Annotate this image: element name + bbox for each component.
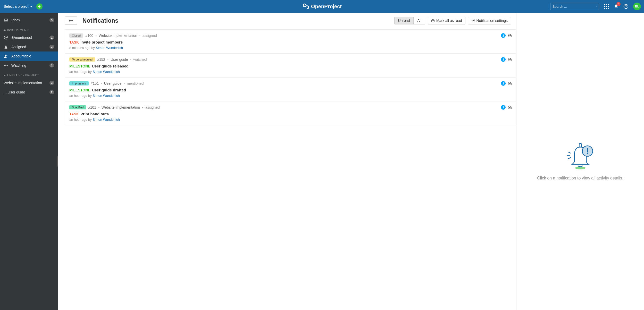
svg-text:?: ? (625, 5, 627, 8)
sidebar-item-mentioned[interactable]: @mentioned 1 (0, 33, 58, 42)
author-link[interactable]: Simon Wunderlich (93, 118, 120, 122)
status-badge: Closed (69, 33, 83, 38)
project-name: User guide (104, 81, 122, 85)
sidebar-accountable-label: Accountable (11, 54, 31, 58)
envelope-open-icon (508, 57, 512, 62)
author-link[interactable]: Simon Wunderlich (93, 70, 120, 74)
notifications-button[interactable]: 5 (614, 4, 619, 9)
notification-card[interactable]: Closed #100 - Website implementation - a… (65, 30, 516, 54)
project-select-dropdown[interactable]: Select a project (3, 3, 33, 10)
new-quick-add-button[interactable]: + (36, 3, 43, 10)
work-package-title: User guide drafted (92, 88, 126, 92)
app-logo[interactable]: OpenProject (302, 3, 342, 10)
timestamp: an hour ago by (69, 94, 92, 98)
top-header: Select a project + OpenProject 5 ? BL (0, 0, 644, 13)
notification-card[interactable]: To be scheduled #152 - User guide - watc… (65, 54, 516, 78)
sidebar-item-inbox[interactable]: Inbox 5 (0, 15, 58, 25)
envelope-open-icon (508, 105, 512, 109)
help-icon: ? (623, 4, 629, 9)
modules-button[interactable] (604, 4, 609, 9)
header-right: 5 ? BL (550, 3, 641, 10)
header-left: Select a project + (3, 3, 43, 10)
inbox-icon (4, 18, 8, 22)
notification-card[interactable]: In progress #151 - User guide - mentione… (65, 78, 516, 101)
grid-icon (604, 4, 609, 9)
svg-line-23 (568, 158, 571, 159)
mark-read-button[interactable] (508, 105, 512, 109)
status-badge: To be scheduled (69, 57, 95, 62)
user-initials: BL (635, 5, 639, 8)
timestamp: 8 minutes ago by (69, 46, 95, 50)
logo-text: OpenProject (311, 4, 342, 10)
sidebar-item-watching[interactable]: Watching 1 (0, 61, 58, 70)
sidebar-proj1-count: 3 (49, 81, 54, 85)
notification-title-line: TASK Print hand outs (69, 112, 512, 116)
separator: - (98, 105, 99, 109)
author-link[interactable]: Simon Wunderlich (93, 94, 120, 98)
activity-count-badge: 1 (501, 81, 506, 86)
envelope-open-icon (508, 81, 512, 85)
mark-read-button[interactable] (508, 33, 512, 38)
svg-rect-6 (604, 6, 605, 7)
notification-actions: 1 (501, 81, 512, 86)
search-icon (596, 4, 597, 8)
eye-icon (4, 63, 8, 67)
work-package-id: #100 (85, 33, 93, 38)
notification-count-badge: 5 (616, 2, 621, 6)
mark-read-button[interactable] (508, 81, 512, 85)
mark-read-button[interactable] (508, 57, 512, 62)
timestamp: an hour ago by (69, 118, 92, 122)
work-package-type: TASK (69, 40, 79, 44)
notification-reason: assigned (145, 105, 160, 109)
notification-meta-line: 8 minutes ago by Simon Wunderlich (69, 46, 512, 50)
envelope-open-icon (431, 19, 435, 22)
mark-all-read-button[interactable]: Mark all as read (428, 17, 465, 24)
sidebar-item-accountable[interactable]: Accountable (0, 51, 58, 61)
notifications-panel: Notifications Unread All Mark all as rea… (58, 13, 516, 310)
help-button[interactable]: ? (623, 4, 629, 9)
project-name: User guide (111, 57, 128, 62)
empty-bell-illustration (565, 142, 596, 171)
notification-card[interactable]: Specified #101 - Website implementation … (65, 101, 516, 125)
global-search[interactable] (550, 3, 599, 10)
work-package-id: #152 (97, 57, 105, 62)
content-area: Notifications Unread All Mark all as rea… (58, 13, 644, 310)
filter-all-button[interactable]: All (414, 17, 425, 24)
chevron-down-icon (30, 6, 32, 7)
svg-rect-4 (606, 4, 607, 5)
separator: - (124, 81, 125, 85)
timestamp: an hour ago by (69, 70, 92, 74)
sidebar-project-website[interactable]: Website implementation 3 (0, 78, 58, 88)
sidebar-watching-label: Watching (11, 63, 26, 67)
svg-point-1 (596, 6, 597, 7)
notification-settings-button[interactable]: Notification settings (468, 17, 511, 24)
notification-title-line: MILESTONE User guide drafted (69, 88, 512, 92)
search-input[interactable] (553, 5, 596, 8)
project-select-label: Select a project (4, 4, 29, 8)
svg-point-0 (303, 4, 306, 7)
sidebar-item-assigned[interactable]: Assigned 3 (0, 42, 58, 51)
empty-state-text: Click on a notification to view all acti… (537, 176, 623, 180)
settings-label: Notification settings (476, 19, 508, 23)
sidebar-project-userguide[interactable]: ... User guide 2 (0, 88, 58, 97)
separator: - (139, 33, 140, 38)
author-link[interactable]: Simon Wunderlich (96, 46, 123, 50)
sidebar-watching-count: 1 (49, 63, 54, 67)
filter-unread-button[interactable]: Unread (395, 17, 414, 24)
notification-title-line: MILESTONE User guide released (69, 64, 512, 68)
sidebar-section-unread-project[interactable]: Unread by project (0, 70, 58, 78)
back-arrow-icon (69, 19, 74, 22)
status-badge: In progress (69, 81, 89, 85)
notification-actions: 1 (501, 105, 512, 110)
mark-all-label: Mark all as read (436, 19, 462, 23)
sidebar-mentioned-count: 1 (49, 36, 54, 40)
user-avatar[interactable]: BL (633, 3, 641, 10)
sidebar-section-involvement[interactable]: Involvement (0, 25, 58, 33)
project-name: Website implementation (102, 105, 140, 109)
notification-title-line: TASK Invite project members (69, 40, 512, 44)
notification-header-line: To be scheduled #152 - User guide - watc… (69, 57, 512, 62)
back-button[interactable] (65, 16, 77, 25)
plus-icon: + (38, 4, 41, 9)
sidebar-inbox-label: Inbox (11, 18, 20, 22)
notification-meta-line: an hour ago by Simon Wunderlich (69, 70, 512, 74)
